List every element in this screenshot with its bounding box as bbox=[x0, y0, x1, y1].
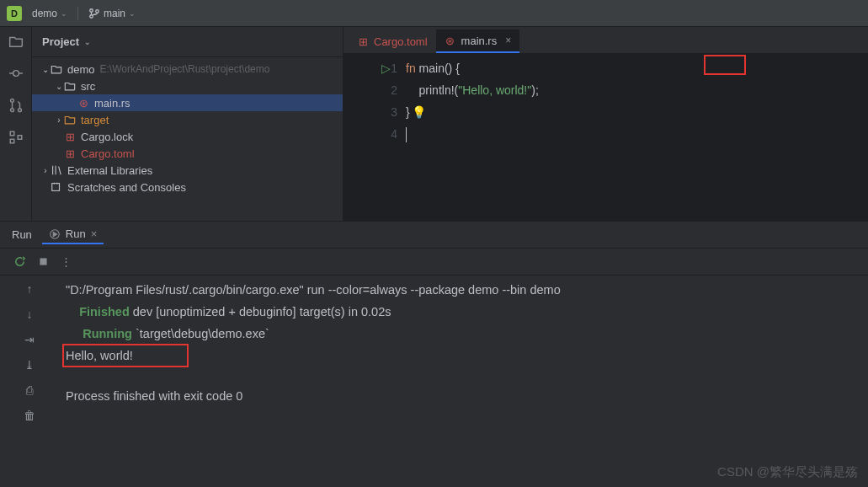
folder-icon bbox=[64, 80, 76, 92]
run-window-title[interactable]: Run bbox=[12, 228, 32, 241]
project-panel-header[interactable]: Project ⌄ bbox=[32, 27, 343, 57]
console-cmd: "D:/Program Files/rust/.cargo/bin/cargo.… bbox=[66, 279, 861, 301]
chevron-down-icon: ⌄ bbox=[40, 65, 51, 74]
watermark: CSDN @繁华尽头满是殇 bbox=[717, 464, 858, 480]
tree-target-label: target bbox=[81, 114, 109, 126]
up-icon[interactable]: ↑ bbox=[27, 282, 33, 296]
more-icon[interactable]: ⋮ bbox=[61, 255, 73, 268]
line-number: 4 bbox=[381, 123, 397, 145]
stop-icon[interactable] bbox=[38, 256, 49, 267]
project-icon[interactable] bbox=[8, 34, 24, 49]
console-toolbar: ↑ ↓ ⇥ ⤓ ⎙ 🗑 bbox=[0, 276, 59, 487]
soft-wrap-icon[interactable]: ⇥ bbox=[24, 333, 35, 346]
svg-point-1 bbox=[90, 14, 93, 18]
svg-rect-9 bbox=[18, 136, 22, 140]
tree-root-path: E:\WorkAndProject\Rust\project\demo bbox=[100, 63, 270, 75]
tree-cargo-lock-label: Cargo.lock bbox=[81, 131, 133, 143]
svg-point-5 bbox=[10, 109, 13, 112]
console-exit: Process finished with exit code 0 bbox=[66, 385, 861, 407]
console-output[interactable]: "D:/Program Files/rust/.cargo/bin/cargo.… bbox=[59, 276, 868, 487]
svg-rect-10 bbox=[52, 184, 60, 191]
tree-root-label: demo bbox=[67, 63, 95, 76]
tree-src-label: src bbox=[81, 80, 95, 93]
print-icon[interactable]: ⎙ bbox=[26, 383, 33, 397]
structure-icon[interactable] bbox=[8, 130, 24, 145]
svg-point-0 bbox=[90, 8, 93, 12]
rust-file-icon: ⊛ bbox=[77, 97, 89, 109]
rust-file-icon: ⊛ bbox=[445, 35, 456, 46]
chevron-down-icon: ⌄ bbox=[84, 38, 91, 46]
branch-name: main bbox=[104, 8, 125, 19]
run-tool-window: Run Run × ⋮ ↑ ↓ ⇥ ⤓ ⎙ 🗑 "D:/Program File… bbox=[0, 221, 868, 487]
project-name: demo bbox=[32, 8, 57, 19]
svg-point-3 bbox=[13, 71, 19, 77]
run-tab[interactable]: Run × bbox=[42, 225, 104, 244]
cargo-icon: ⊞ bbox=[357, 35, 369, 47]
scroll-end-icon[interactable]: ⤓ bbox=[24, 358, 35, 372]
tab-main-rs[interactable]: ⊛ main.rs × bbox=[436, 29, 520, 53]
chevron-right-icon: › bbox=[54, 115, 64, 125]
tree-ext-libs[interactable]: › External Libraries bbox=[32, 162, 343, 179]
tab-label: Cargo.toml bbox=[374, 35, 428, 48]
tree-src[interactable]: ⌄ src bbox=[32, 78, 343, 94]
tree-cargo-lock[interactable]: ⊞ Cargo.lock bbox=[32, 128, 343, 145]
tree-main-label: main.rs bbox=[94, 97, 130, 110]
svg-rect-8 bbox=[10, 139, 14, 143]
left-tool-rail bbox=[0, 27, 32, 221]
project-panel-title: Project bbox=[42, 35, 79, 48]
tree-scratches-label: Scratches and Consoles bbox=[67, 181, 186, 194]
title-bar: D demo ⌄ main ⌄ bbox=[0, 0, 868, 27]
tree-root[interactable]: ⌄ demo E:\WorkAndProject\Rust\project\de… bbox=[32, 61, 343, 78]
chevron-down-icon: ⌄ bbox=[54, 82, 64, 91]
code-editor[interactable]: ▷1 fn main() { 2 println!("Hello, world!… bbox=[343, 54, 868, 145]
tree-cargo-toml[interactable]: ⊞ Cargo.toml bbox=[32, 145, 343, 162]
commit-icon[interactable] bbox=[8, 66, 24, 81]
cargo-icon: ⊞ bbox=[64, 131, 76, 142]
project-tree: ⌄ demo E:\WorkAndProject\Rust\project\de… bbox=[32, 57, 343, 199]
tree-main-rs[interactable]: ⊛ main.rs bbox=[32, 94, 343, 111]
down-icon[interactable]: ↓ bbox=[27, 308, 33, 321]
svg-rect-12 bbox=[40, 258, 46, 265]
branch-icon bbox=[88, 8, 100, 19]
line-number: 2 bbox=[381, 79, 397, 101]
tab-label: main.rs bbox=[461, 35, 498, 47]
tree-target[interactable]: › target bbox=[32, 111, 343, 128]
console-output-line: Hello, world! bbox=[66, 349, 133, 362]
chevron-right-icon: › bbox=[40, 166, 51, 175]
separator bbox=[77, 7, 78, 20]
scratches-icon bbox=[51, 181, 62, 193]
run-gutter-icon[interactable]: ▷ bbox=[381, 57, 391, 79]
library-icon bbox=[51, 164, 62, 176]
close-icon[interactable]: × bbox=[91, 227, 98, 240]
pull-request-icon[interactable] bbox=[8, 98, 24, 113]
editor-tabs: ⊞ Cargo.toml ⊛ main.rs × bbox=[343, 27, 868, 54]
rerun-icon[interactable] bbox=[13, 255, 26, 268]
project-panel: Project ⌄ ⌄ demo E:\WorkAndProject\Rust\… bbox=[32, 27, 343, 221]
tree-scratches[interactable]: Scratches and Consoles bbox=[32, 179, 343, 195]
caret bbox=[406, 127, 407, 142]
svg-point-6 bbox=[18, 109, 21, 112]
branch-switcher[interactable]: main ⌄ bbox=[85, 6, 139, 21]
close-icon[interactable]: × bbox=[505, 35, 511, 46]
tree-ext-libs-label: External Libraries bbox=[67, 164, 152, 177]
folder-icon bbox=[51, 63, 62, 75]
folder-icon bbox=[64, 114, 76, 126]
run-tab-label: Run bbox=[66, 227, 86, 240]
cargo-icon: ⊞ bbox=[64, 147, 76, 159]
project-badge: D bbox=[7, 6, 22, 21]
chevron-down-icon: ⌄ bbox=[129, 9, 136, 18]
tab-cargo-toml[interactable]: ⊞ Cargo.toml bbox=[349, 29, 436, 53]
editor-area: ⊞ Cargo.toml ⊛ main.rs × ▷1 fn main() { … bbox=[343, 27, 868, 221]
svg-rect-7 bbox=[10, 131, 14, 136]
bulb-icon[interactable]: 💡 bbox=[412, 105, 426, 119]
project-switcher[interactable]: demo ⌄ bbox=[29, 6, 71, 21]
svg-point-2 bbox=[96, 9, 99, 13]
line-number: 3 bbox=[381, 101, 397, 123]
run-icon bbox=[49, 228, 61, 240]
tree-cargo-toml-label: Cargo.toml bbox=[81, 147, 135, 160]
chevron-down-icon: ⌄ bbox=[61, 9, 67, 18]
trash-icon[interactable]: 🗑 bbox=[24, 409, 35, 422]
svg-point-4 bbox=[10, 99, 13, 102]
